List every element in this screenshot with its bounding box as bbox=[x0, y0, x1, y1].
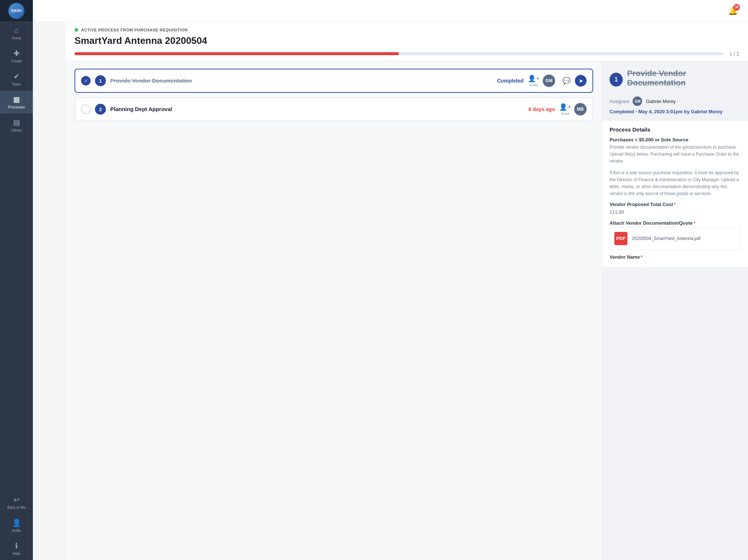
vendor-cost-value: 111.00 bbox=[610, 209, 741, 216]
file-card[interactable]: PDF 20200504_SmartYard_Antenna.pdf bbox=[610, 227, 741, 250]
main-content: ACTIVE PROCESS FROM PURCHASE REQUISITION… bbox=[66, 22, 748, 560]
notification-button[interactable]: 🔔 30 bbox=[725, 3, 741, 19]
step-status-1: Completed bbox=[497, 78, 523, 84]
assigned-row: Assigned GM Gabriel Morey bbox=[610, 96, 741, 106]
invite-icon: 👤 bbox=[12, 518, 21, 527]
progress-row: 1 / 2 bbox=[75, 51, 739, 61]
sidebar-nav: ⌂ Home ✚ Create ✔ Tasks ▦ Processes ▤ Li… bbox=[0, 22, 33, 491]
sidebar-item-tasks[interactable]: ✔ Tasks bbox=[0, 68, 33, 91]
sidebar-bottom: ↩ Back to Me 👤 Invite ℹ Help bbox=[0, 491, 33, 560]
category-label: Purchases < $5,000 or Sole Source bbox=[610, 137, 741, 142]
avatar-mb: MB bbox=[574, 103, 587, 115]
sidebar-item-label: Invite bbox=[12, 529, 21, 533]
description-1: Provide vendor documentation of the good… bbox=[610, 144, 741, 165]
step-number-2: 2 bbox=[95, 104, 106, 115]
logo-icon: DASH bbox=[8, 3, 24, 19]
section-title: Process Details bbox=[610, 126, 741, 133]
assigned-name: Gabriel Morey bbox=[646, 99, 676, 104]
sidebar-item-label: Tasks bbox=[12, 82, 21, 86]
sidebar: DASH ⌂ Home ✚ Create ✔ Tasks ▦ Processes… bbox=[0, 0, 33, 560]
sidebar-item-library[interactable]: ▤ Library bbox=[0, 114, 33, 137]
pdf-icon: PDF bbox=[614, 232, 627, 245]
file-name: 20200504_SmartYard_Antenna.pdf bbox=[632, 236, 701, 241]
process-header: ACTIVE PROCESS FROM PURCHASE REQUISITION… bbox=[66, 22, 748, 61]
assigned-label: Assigned bbox=[610, 99, 629, 104]
sidebar-item-label: Home bbox=[12, 36, 22, 40]
step-info-2: Planning Dept Approval bbox=[110, 106, 524, 113]
sidebar-item-label: Back to Me bbox=[7, 506, 26, 510]
sidebar-item-label: Help bbox=[13, 552, 20, 556]
step-name-1: Provide Vendor Documentation bbox=[110, 77, 192, 84]
active-label: ACTIVE PROCESS FROM PURCHASE REQUISITION bbox=[81, 28, 188, 32]
right-avatar: GM bbox=[633, 96, 642, 106]
right-step-number: 1 bbox=[610, 73, 623, 87]
back-icon: ↩ bbox=[14, 495, 20, 504]
add-guest-icon: 👤+ bbox=[528, 75, 540, 83]
completed-text: Completed - May 4, 2020 3:01pm by Gabrie… bbox=[610, 109, 741, 114]
step-card-2[interactable]: 2 Planning Dept Approval 6 days ago 👤+ G… bbox=[75, 97, 593, 121]
step-number-1: 1 bbox=[95, 75, 106, 86]
attach-label: Attach Vendor Documentation/Quote * bbox=[610, 220, 741, 226]
sidebar-item-help[interactable]: ℹ Help bbox=[0, 537, 33, 560]
step-check-2 bbox=[81, 104, 91, 114]
vendor-name-label: Vendor Name * bbox=[610, 254, 741, 260]
sidebar-item-label: Processes bbox=[8, 105, 25, 109]
library-icon: ▤ bbox=[13, 118, 20, 127]
step-check-1: ✓ bbox=[81, 76, 91, 85]
vendor-cost-label: Vendor Proposed Total Cost * bbox=[610, 202, 741, 207]
process-title: SmartYard Antenna 20200504 bbox=[75, 35, 739, 46]
steps-list: ✓ 1 Provide Vendor Documentation Complet… bbox=[66, 61, 602, 560]
right-step-name: Provide Vendor Documentation bbox=[627, 69, 741, 88]
tasks-icon: ✔ bbox=[14, 72, 20, 81]
topbar: 🔔 30 bbox=[33, 0, 748, 22]
step-assignees-1: 👤+ Guest GM bbox=[528, 75, 555, 87]
sidebar-item-processes[interactable]: ▦ Processes bbox=[0, 91, 33, 114]
sidebar-item-label: Create bbox=[11, 59, 22, 63]
active-badge: ACTIVE PROCESS FROM PURCHASE REQUISITION bbox=[75, 28, 739, 32]
guest-button-1[interactable]: 👤+ Guest bbox=[528, 75, 540, 87]
step-info-1: Provide Vendor Documentation bbox=[110, 77, 493, 84]
sidebar-item-home[interactable]: ⌂ Home bbox=[0, 22, 33, 45]
progress-text: 1 / 2 bbox=[729, 51, 739, 57]
description-2: If this is a sole source purchase requis… bbox=[610, 169, 741, 198]
step-status-2: 6 days ago bbox=[528, 106, 555, 112]
processes-icon: ▦ bbox=[13, 95, 20, 104]
avatar-gm: GM bbox=[543, 75, 555, 87]
sidebar-item-label: Library bbox=[11, 128, 22, 132]
sidebar-logo: DASH bbox=[0, 0, 33, 22]
create-icon: ✚ bbox=[14, 49, 20, 58]
content-columns: ✓ 1 Provide Vendor Documentation Complet… bbox=[66, 61, 748, 560]
sidebar-item-create[interactable]: ✚ Create bbox=[0, 45, 33, 68]
guest-button-2[interactable]: 👤+ Guest bbox=[559, 103, 571, 115]
right-panel-header: 1 Provide Vendor Documentation Assigned … bbox=[602, 61, 748, 114]
next-arrow-1[interactable]: ➤ bbox=[575, 75, 587, 87]
notification-badge: 30 bbox=[733, 4, 740, 11]
step-name-2: Planning Dept Approval bbox=[110, 106, 172, 112]
process-details-section: Process Details Purchases < $5,000 or So… bbox=[602, 120, 748, 267]
right-panel: 1 Provide Vendor Documentation Assigned … bbox=[602, 61, 748, 560]
add-guest-icon-2: 👤+ bbox=[559, 103, 571, 111]
comment-icon-1[interactable]: 💬 bbox=[562, 77, 570, 85]
active-dot bbox=[75, 28, 78, 32]
progress-bar-container bbox=[75, 52, 724, 55]
sidebar-item-invite[interactable]: 👤 Invite bbox=[0, 514, 33, 537]
step-card-1[interactable]: ✓ 1 Provide Vendor Documentation Complet… bbox=[75, 69, 593, 93]
step-assignees-2: 👤+ Guest MB bbox=[559, 103, 587, 115]
home-icon: ⌂ bbox=[14, 26, 19, 35]
sidebar-item-back-to-me[interactable]: ↩ Back to Me bbox=[0, 491, 33, 514]
progress-bar-fill bbox=[75, 52, 399, 55]
help-icon: ℹ bbox=[15, 541, 18, 550]
